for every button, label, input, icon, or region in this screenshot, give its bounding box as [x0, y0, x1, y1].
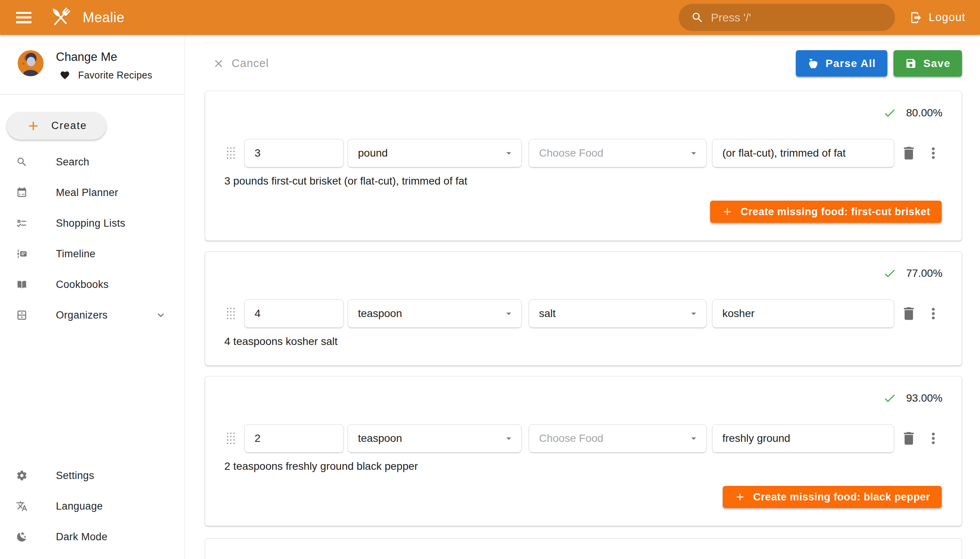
drag-handle-icon[interactable]	[225, 306, 236, 321]
ingredient-card: 93.00% teaspoon Choose Food	[205, 376, 962, 526]
delete-icon[interactable]	[901, 145, 917, 162]
logout-button[interactable]: Logout	[905, 4, 970, 31]
cancel-label: Cancel	[231, 57, 269, 70]
sidebar-item-shopping-lists[interactable]: Shopping Lists	[0, 208, 185, 238]
original-ingredient-text: 3 pounds first-cut brisket (or flat-cut)…	[224, 175, 942, 187]
sidebar-item-label: Dark Mode	[56, 531, 107, 543]
sidebar-item-language[interactable]: Language	[0, 491, 185, 521]
unit-select[interactable]: pound	[348, 139, 522, 167]
menu-icon[interactable]	[15, 10, 32, 25]
confidence-value: 80.00%	[906, 107, 942, 119]
food-select[interactable]: Choose Food	[529, 139, 707, 167]
mealie-app: Mealie Logout	[0, 0, 980, 559]
create-missing-food-label: Create missing food: first-cut brisket	[741, 206, 930, 218]
food-value: Choose Food	[539, 432, 688, 445]
food-select[interactable]: Choose Food	[529, 424, 707, 453]
check-icon	[883, 391, 897, 405]
missing-food-row: Create missing food: black pepper	[224, 486, 942, 508]
main-content: Cancel Parse All Save	[185, 35, 980, 559]
food-select[interactable]: salt	[529, 299, 707, 328]
sidebar-item-settings[interactable]: Settings	[0, 460, 185, 491]
heart-icon	[60, 70, 70, 80]
unit-value: pound	[358, 147, 503, 159]
drawer-icon	[16, 309, 28, 321]
delete-icon[interactable]	[901, 430, 917, 447]
moon-stars-icon	[16, 531, 28, 542]
drag-handle-icon[interactable]	[225, 431, 236, 446]
chevron-down-icon[interactable]	[155, 309, 167, 321]
quantity-input[interactable]	[244, 299, 344, 328]
food-value: Choose Food	[539, 147, 688, 159]
logout-label: Logout	[929, 11, 965, 24]
sidebar-item-organizers[interactable]: Organizers	[0, 300, 185, 331]
parser-toolbar: Cancel Parse All Save	[205, 50, 962, 76]
global-search[interactable]	[679, 4, 895, 31]
plus-icon	[734, 491, 746, 503]
parse-all-button[interactable]: Parse All	[796, 50, 887, 76]
unit-select[interactable]: teaspoon	[348, 424, 522, 453]
ingredient-card-list: 80.00% pound Choose Food	[205, 76, 962, 559]
app-title: Mealie	[83, 10, 124, 26]
cancel-button[interactable]: Cancel	[212, 57, 269, 70]
sidebar: Change Me Favorite Recipes Create	[0, 35, 185, 559]
content-top-divider	[205, 42, 962, 43]
mealie-logo-icon	[48, 5, 74, 30]
dropdown-arrow-icon	[503, 433, 514, 444]
ingredient-field-row: teaspoon salt	[224, 299, 942, 328]
more-options-icon[interactable]	[925, 306, 941, 321]
quantity-input[interactable]	[244, 424, 344, 453]
dropdown-arrow-icon	[688, 147, 699, 159]
logout-icon	[910, 11, 922, 24]
apple-icon	[807, 58, 819, 69]
ingredient-card-partial	[205, 538, 962, 559]
note-input[interactable]	[712, 139, 894, 167]
unit-value: teaspoon	[358, 308, 503, 320]
sidebar-item-timeline[interactable]: Timeline	[0, 238, 185, 269]
more-options-icon[interactable]	[925, 146, 941, 161]
delete-icon[interactable]	[901, 305, 917, 322]
favorite-recipes-link[interactable]: Favorite Recipes	[60, 70, 152, 81]
user-block: Change Me Favorite Recipes	[0, 35, 185, 81]
ingredient-field-row: pound Choose Food	[224, 139, 942, 167]
sidebar-item-meal-planner[interactable]: Meal Planner	[0, 177, 185, 208]
ingredient-card: 80.00% pound Choose Food	[205, 91, 962, 241]
open-book-icon	[16, 279, 28, 290]
quantity-input[interactable]	[244, 139, 344, 167]
dropdown-arrow-icon	[503, 308, 514, 319]
translate-icon	[16, 500, 28, 512]
original-ingredient-text: 2 teaspoons freshly ground black pepper	[224, 460, 942, 473]
confidence-row: 77.00%	[224, 265, 942, 281]
sidebar-item-label: Shopping Lists	[56, 217, 125, 229]
create-missing-food-button[interactable]: Create missing food: black pepper	[723, 486, 942, 508]
create-missing-food-button[interactable]: Create missing food: first-cut brisket	[710, 201, 942, 223]
sidebar-item-dark-mode[interactable]: Dark Mode	[0, 521, 185, 552]
search-input[interactable]	[711, 11, 886, 24]
more-options-icon[interactable]	[925, 431, 941, 446]
save-button[interactable]: Save	[894, 50, 962, 76]
unit-select[interactable]: teaspoon	[348, 299, 522, 328]
create-button[interactable]: Create	[7, 112, 106, 140]
create-label: Create	[51, 120, 87, 132]
drag-handle-icon[interactable]	[225, 146, 236, 160]
search-icon	[691, 11, 704, 24]
ingredient-card: 77.00% teaspoon salt	[205, 251, 962, 366]
sidebar-item-label: Search	[56, 156, 89, 168]
confidence-row: 93.00%	[224, 390, 942, 406]
unit-value: teaspoon	[358, 432, 503, 445]
missing-food-row: Create missing food: first-cut brisket	[224, 201, 942, 223]
sidebar-item-cookbooks[interactable]: Cookbooks	[0, 269, 185, 300]
note-input[interactable]	[712, 424, 894, 453]
user-name: Change Me	[56, 50, 152, 64]
plus-icon	[26, 119, 41, 133]
confidence-value: 77.00%	[906, 267, 942, 280]
plus-icon	[722, 206, 733, 217]
note-input[interactable]	[712, 299, 894, 328]
create-missing-food-label: Create missing food: black pepper	[754, 491, 930, 503]
sidebar-item-label: Meal Planner	[56, 187, 118, 199]
sidebar-item-label: Timeline	[56, 248, 95, 260]
dropdown-arrow-icon	[688, 308, 699, 319]
avatar[interactable]	[18, 50, 44, 76]
checklist-icon	[16, 217, 28, 229]
magnifier-icon	[16, 156, 28, 168]
sidebar-item-search[interactable]: Search	[0, 147, 185, 177]
